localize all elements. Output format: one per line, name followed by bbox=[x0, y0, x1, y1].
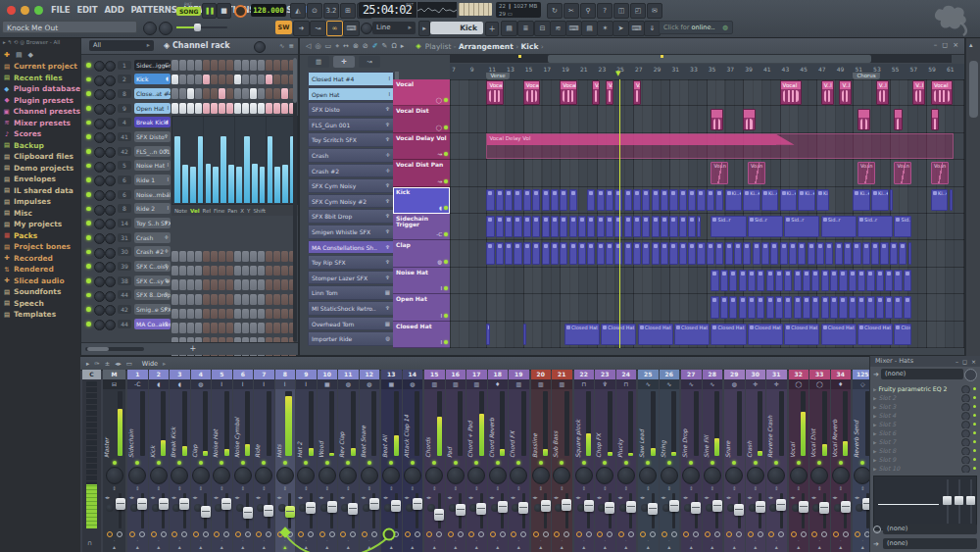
plugin-delay-icon[interactable] bbox=[758, 531, 763, 537]
step-cell[interactable] bbox=[242, 88, 249, 99]
pattern-clip[interactable] bbox=[876, 270, 884, 291]
plugin-delay-icon[interactable] bbox=[543, 531, 549, 537]
step-cell[interactable] bbox=[226, 323, 233, 333]
step-cell[interactable] bbox=[266, 88, 272, 99]
step-cell[interactable] bbox=[211, 266, 218, 276]
plugin-delay-icon[interactable] bbox=[458, 531, 464, 537]
fader-handle[interactable] bbox=[369, 498, 379, 510]
pattern-clip[interactable] bbox=[743, 242, 751, 264]
pattern-clip[interactable] bbox=[560, 189, 567, 211]
channel-button[interactable]: ♆SFX Disto bbox=[134, 131, 171, 142]
mixer-strip-rev-clap[interactable]: 11◍Rev Clap⇕◂▸·▴ bbox=[338, 370, 359, 552]
mixer-fader[interactable] bbox=[652, 493, 655, 528]
mixer-strip-led[interactable] bbox=[149, 458, 170, 466]
mixer-strip-number[interactable]: 9 bbox=[296, 370, 317, 379]
fx-enable-lamp[interactable] bbox=[533, 531, 539, 537]
pattern-clip[interactable] bbox=[578, 216, 586, 237]
channel-number[interactable]: 2 bbox=[118, 75, 131, 83]
playlist-title-arrangement[interactable]: Arrangement bbox=[459, 42, 514, 51]
fx-enable-lamp[interactable] bbox=[319, 531, 325, 537]
eq-preview[interactable] bbox=[873, 476, 977, 530]
step-cell[interactable] bbox=[242, 279, 249, 290]
plugin-delay-icon[interactable] bbox=[161, 531, 167, 537]
automation-clip-vocal-dist-pan[interactable]: Vo..n bbox=[894, 162, 911, 183]
step-cell[interactable] bbox=[172, 75, 178, 85]
channel-volume-knob[interactable] bbox=[105, 276, 116, 287]
channel-button[interactable]: ◖Break Kick bbox=[134, 117, 171, 127]
pattern-clip[interactable]: Closed Hat bbox=[894, 324, 911, 345]
pattern-clip[interactable] bbox=[715, 242, 723, 264]
ruler-bar-23[interactable]: 23 bbox=[599, 66, 607, 73]
mixer-strip-number[interactable]: 17 bbox=[466, 370, 487, 379]
picker-item-ma-constellations-sh[interactable]: ♆MA Constellations Sh.. bbox=[308, 240, 394, 255]
route-to-master-arrow[interactable]: ▴ bbox=[424, 543, 445, 551]
step-cell[interactable] bbox=[258, 60, 265, 71]
pattern-clip[interactable] bbox=[652, 242, 660, 264]
step-cell[interactable] bbox=[179, 60, 186, 71]
step-cell[interactable] bbox=[226, 251, 233, 262]
pattern-clip[interactable] bbox=[532, 216, 540, 237]
fx-enable-lamp[interactable] bbox=[256, 531, 262, 537]
channel-number[interactable]: 44 bbox=[118, 290, 131, 299]
step-cell[interactable] bbox=[250, 294, 257, 305]
mixer-strip-hats[interactable]: 8IHats⇕◂▸·▴ bbox=[275, 370, 296, 552]
slot-mix-knob[interactable] bbox=[961, 465, 970, 473]
pattern-clip[interactable] bbox=[523, 189, 531, 211]
picker-item-toy-rip-sfx[interactable]: ♆Toy Rip SFX bbox=[308, 255, 394, 270]
mixer-strip-led[interactable] bbox=[809, 458, 830, 466]
headphones-icon[interactable]: ∩ bbox=[87, 539, 92, 547]
step-cell[interactable] bbox=[226, 103, 233, 114]
plugin-delay-icon[interactable] bbox=[415, 531, 420, 537]
ruler-bar-51[interactable]: 51 bbox=[855, 66, 862, 73]
track-lane-vocal-dist-pan[interactable]: Vo..nVo..nVo..nVo..nVo..n bbox=[450, 160, 964, 186]
mixer-fader[interactable] bbox=[416, 493, 418, 528]
route-to-master-arrow[interactable]: ▴ bbox=[660, 543, 680, 551]
pattern-clip[interactable] bbox=[523, 324, 526, 345]
step-cell[interactable] bbox=[266, 323, 272, 333]
pattern-clip[interactable] bbox=[542, 242, 550, 264]
browser-item-channel-presets[interactable]: ▣Channel presets bbox=[0, 106, 80, 118]
track-lane-open-hat[interactable] bbox=[450, 294, 964, 321]
mixer-fader[interactable] bbox=[780, 493, 783, 528]
pattern-clip[interactable]: Closed Hat bbox=[674, 324, 710, 345]
fx-enable-lamp[interactable] bbox=[129, 531, 135, 537]
pattern-clip[interactable]: Closed Hat bbox=[638, 324, 673, 345]
picker-item-open-hat[interactable]: IOpen Hat bbox=[308, 87, 394, 102]
step-cell[interactable] bbox=[250, 279, 257, 290]
pattern-clip[interactable] bbox=[569, 216, 577, 237]
pattern-clip[interactable] bbox=[542, 189, 550, 211]
step-cell[interactable] bbox=[187, 279, 194, 290]
ruler-bar-53[interactable]: 53 bbox=[873, 66, 881, 73]
mixer-fader[interactable] bbox=[459, 493, 462, 528]
mixer-fader[interactable] bbox=[225, 493, 228, 528]
marker-verse[interactable]: Verse bbox=[486, 73, 509, 79]
mixer-strip-led[interactable] bbox=[552, 458, 572, 466]
fx-slot-5[interactable]: ▶Slot 5 bbox=[873, 420, 977, 428]
pattern-clip[interactable] bbox=[633, 216, 641, 237]
channel-button[interactable]: IRide 2 bbox=[134, 203, 171, 214]
mixer-strip-pan-knob[interactable] bbox=[338, 466, 359, 485]
mixer-strip-sine-drop[interactable]: 27∿Sine Drop⇕◂▸·▴ bbox=[681, 370, 702, 552]
pattern-clip[interactable] bbox=[710, 296, 718, 318]
pattern-clip[interactable] bbox=[523, 216, 531, 237]
eq-mid-slider[interactable] bbox=[955, 496, 963, 505]
pattern-clip[interactable] bbox=[496, 216, 504, 237]
mixer-strip-led[interactable] bbox=[724, 458, 745, 466]
route-to-master-arrow[interactable]: ▴ bbox=[574, 543, 595, 551]
fader-handle[interactable] bbox=[456, 504, 466, 516]
channel-volume-knob[interactable] bbox=[105, 205, 116, 216]
pattern-clip[interactable] bbox=[661, 242, 668, 264]
audio-clip[interactable]: V..l bbox=[876, 80, 889, 105]
pattern-clip[interactable] bbox=[642, 242, 650, 264]
picker-tab-patterns[interactable]: ▥ bbox=[308, 56, 329, 68]
step-cell[interactable] bbox=[242, 103, 249, 114]
mixer-strip-number[interactable]: 5 bbox=[212, 370, 232, 379]
step-cell[interactable] bbox=[266, 60, 272, 71]
channel-pan-knob[interactable] bbox=[94, 262, 105, 273]
pattern-clip[interactable] bbox=[839, 270, 847, 291]
plugin-delay-icon[interactable] bbox=[308, 531, 314, 537]
play-pause-button[interactable]: ❚❚ bbox=[202, 3, 217, 19]
channel-enable-led[interactable] bbox=[86, 192, 91, 197]
track-header-vocal-dist-pan[interactable]: Vocal Dist Pan↝ bbox=[393, 160, 450, 186]
channel-enable-led[interactable] bbox=[86, 235, 91, 240]
